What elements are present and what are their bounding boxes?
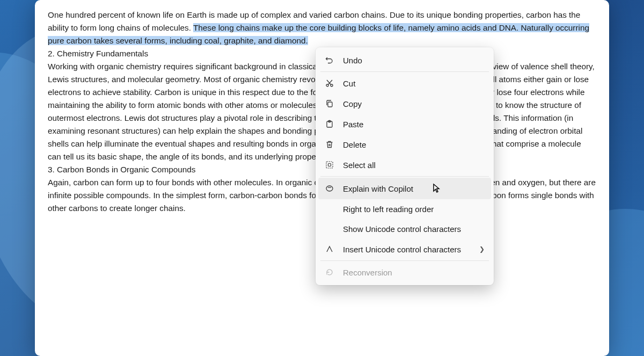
menu-label: Delete xyxy=(343,140,366,149)
copilot-icon xyxy=(325,184,334,193)
menu-label: Right to left reading order xyxy=(343,205,434,214)
menu-separator xyxy=(320,260,489,261)
context-menu: Undo Cut Copy Paste Delete Select all xyxy=(316,47,494,285)
menu-label: Select all xyxy=(343,161,376,170)
menu-insert-unicode[interactable]: Insert Unicode control characters ❯ xyxy=(318,239,491,259)
menu-separator xyxy=(320,71,489,72)
undo-icon xyxy=(325,55,334,65)
menu-label: Insert Unicode control characters xyxy=(343,245,461,254)
select-all-icon xyxy=(325,160,334,170)
svg-point-0 xyxy=(326,84,328,86)
menu-paste[interactable]: Paste xyxy=(318,114,491,134)
menu-cut[interactable]: Cut xyxy=(318,73,491,93)
menu-copy[interactable]: Copy xyxy=(318,93,491,114)
reconversion-icon xyxy=(325,267,334,277)
cut-icon xyxy=(325,78,334,88)
menu-show-unicode[interactable]: Show Unicode control characters xyxy=(318,219,491,239)
menu-label: Reconversion xyxy=(343,268,392,277)
svg-rect-6 xyxy=(328,164,331,166)
menu-label: Undo xyxy=(343,56,362,65)
menu-separator xyxy=(320,176,489,177)
cursor-icon xyxy=(433,183,441,194)
insert-unicode-icon xyxy=(325,244,334,254)
paragraph-1[interactable]: One hundred percent of known life on Ear… xyxy=(48,9,596,47)
menu-rtl[interactable]: Right to left reading order xyxy=(318,199,491,219)
menu-label: Show Unicode control characters xyxy=(343,224,461,234)
menu-select-all[interactable]: Select all xyxy=(318,155,491,175)
paste-icon xyxy=(325,119,334,129)
svg-point-1 xyxy=(331,84,333,86)
menu-undo[interactable]: Undo xyxy=(318,50,491,70)
menu-explain-copilot[interactable]: Explain with Copilot xyxy=(318,178,491,199)
chevron-right-icon: ❯ xyxy=(479,245,485,253)
menu-label: Copy xyxy=(343,99,362,108)
menu-reconversion: Reconversion xyxy=(318,262,491,282)
svg-point-7 xyxy=(326,186,333,191)
copy-icon xyxy=(325,99,334,108)
menu-label: Paste xyxy=(343,120,363,129)
menu-label: Cut xyxy=(343,79,355,88)
svg-rect-2 xyxy=(328,102,332,107)
svg-rect-5 xyxy=(326,162,333,168)
menu-label: Explain with Copilot xyxy=(343,184,413,193)
menu-delete[interactable]: Delete xyxy=(318,134,491,155)
delete-icon xyxy=(325,140,334,149)
